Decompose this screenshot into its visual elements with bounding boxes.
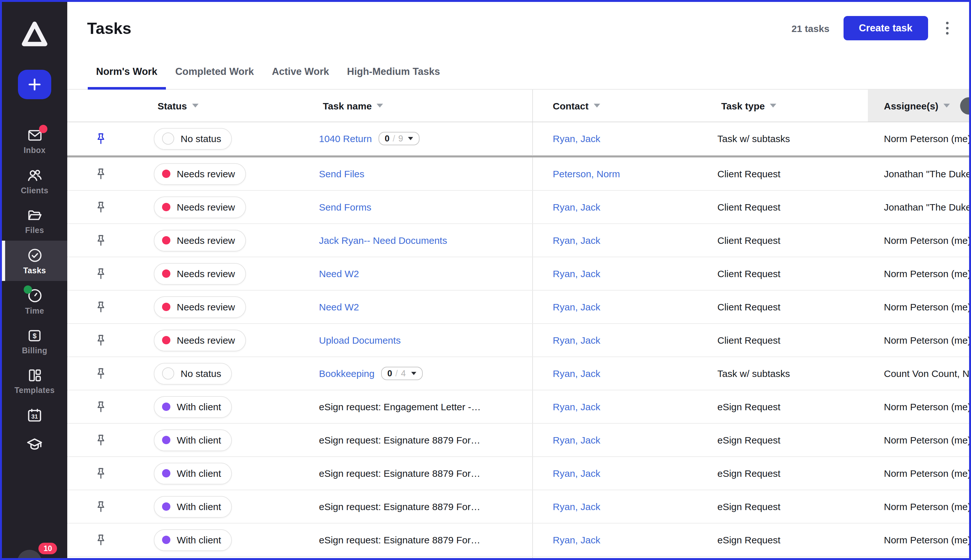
task-name-link[interactable]: 1040 Return [319,133,372,144]
task-name-link[interactable]: Upload Documents [319,335,401,346]
quick-create-button[interactable] [18,70,51,99]
status-pill[interactable]: Needs review [154,329,246,351]
contact-link[interactable]: Peterson, Norm [553,168,620,179]
assignees: Count Von Count, Nor… [868,557,969,558]
status-dot [162,132,174,145]
create-task-button[interactable]: Create task [844,16,928,40]
main-content: Tasks 21 tasks Create task Norm's WorkCo… [67,2,969,558]
sidebar-item-files[interactable]: Files [2,201,67,241]
task-name-link[interactable]: Need W2 [319,302,359,312]
status-pill[interactable]: No status [154,363,232,384]
table-row: Needs review Send Files Peterson, Norm C… [67,157,969,191]
column-header-assignees[interactable]: Assignee(s) [868,90,969,122]
task-name-link[interactable]: Bookkeeping [319,368,374,379]
status-label: Needs review [177,202,235,212]
pin-icon[interactable] [92,331,110,349]
tab-norm-s-work[interactable]: Norm's Work [88,66,165,89]
sidebar-item-tasks[interactable]: Tasks [2,241,67,281]
pin-icon[interactable] [92,431,110,449]
canopy-logo-icon [20,21,48,49]
column-header-status[interactable]: Status [154,90,319,122]
contact-link[interactable]: Ryan, Jack [553,401,600,412]
kebab-menu-icon[interactable] [942,18,953,39]
status-pill[interactable]: With client [154,496,232,517]
status-pill[interactable]: Needs review [154,196,246,218]
table-row: Needs review Upload Documents Ryan, Jack… [67,324,969,357]
status-dot [162,502,170,511]
pin-icon[interactable] [92,498,110,515]
sidebar-item-time[interactable]: Time [2,281,67,321]
status-pill[interactable]: Needs review [154,163,246,185]
contact-link[interactable]: Ryan, Jack [553,335,600,346]
task-type: Client Request [717,157,868,190]
task-type: Client Request [717,324,868,357]
contact-link[interactable]: Ryan, Jack [553,534,600,545]
user-avatar[interactable] [17,550,42,560]
pin-icon[interactable] [92,298,110,316]
task-type: eSign Request [717,523,868,556]
sidebar-item-academy[interactable] [2,430,67,459]
table-row: Needs review Jack Ryan-- Need Documents … [67,224,969,257]
contact-link[interactable]: Ryan, Jack [553,235,600,246]
task-name-link[interactable]: Need W2 [319,268,359,279]
tab-high-medium-tasks[interactable]: High-Medium Tasks [339,66,449,89]
status-pill[interactable]: Needs review [154,230,246,251]
pin-icon[interactable] [92,365,110,382]
pin-icon[interactable] [92,130,110,148]
pin-icon[interactable] [92,265,110,283]
contact-link[interactable]: Ryan, Jack [553,368,600,379]
assignees: Norm Peterson (me) [868,290,969,323]
pin-icon[interactable] [92,531,110,549]
status-pill[interactable]: With client [154,529,232,551]
contact-link[interactable]: Ryan, Jack [553,268,600,279]
subtask-count-badge[interactable]: 0/9 [378,132,420,145]
sort-caret-icon [770,104,776,108]
task-name-link[interactable]: Send Forms [319,202,371,212]
contact-link[interactable]: Ryan, Jack [553,435,600,445]
contact-link[interactable]: Ryan, Jack [553,133,600,144]
task-type: Task w/ subtasks [717,557,868,558]
column-header-contact[interactable]: Contact [532,90,717,122]
table-row: Not started Get Receipts from check 0/4 … [67,557,969,558]
templates-icon [26,367,43,383]
status-dot [162,236,170,245]
column-header-task-type[interactable]: Task type [717,90,868,122]
sidebar-item-templates[interactable]: Templates [2,361,67,401]
status-pill[interactable]: Needs review [154,296,246,318]
sidebar-item-inbox[interactable]: Inbox [2,121,67,161]
column-header-task-name[interactable]: Task name [319,90,532,122]
status-pill[interactable]: With client [154,396,232,418]
task-name-link[interactable]: Jack Ryan-- Need Documents [319,235,447,246]
sidebar-item-calendar[interactable]: 31 [2,401,67,430]
contact-link[interactable]: Ryan, Jack [553,302,600,312]
task-type: Client Request [717,224,868,257]
subtask-count-badge[interactable]: 0/4 [381,367,423,380]
status-label: Needs review [177,302,235,312]
status-label: With client [177,401,221,412]
status-pill[interactable]: No status [154,128,232,150]
pin-icon[interactable] [92,198,110,216]
status-dot [162,303,170,311]
status-label: Needs review [177,168,235,179]
status-pill[interactable]: With client [154,462,232,484]
contact-link[interactable]: Ryan, Jack [553,202,600,212]
task-count: 21 tasks [791,23,829,33]
pin-icon[interactable] [92,232,110,249]
assignees: Norm Peterson (me) [868,324,969,357]
subtasks-total: 4 [401,368,406,378]
tab-active-work[interactable]: Active Work [264,66,338,89]
table-row: With client eSign request: Esignature 88… [67,457,969,490]
contact-link[interactable]: Ryan, Jack [553,501,600,512]
pin-icon[interactable] [92,165,110,183]
contact-link[interactable]: Ryan, Jack [553,468,600,479]
sidebar-item-billing[interactable]: $Billing [2,321,67,361]
status-pill[interactable]: Needs review [154,263,246,285]
sort-caret-icon [594,104,600,108]
status-dot [162,203,170,211]
pin-icon[interactable] [92,464,110,482]
sidebar-item-clients[interactable]: Clients [2,161,67,201]
tab-completed-work[interactable]: Completed Work [167,66,262,89]
task-name-link[interactable]: Send Files [319,168,364,179]
status-pill[interactable]: With client [154,429,232,451]
pin-icon[interactable] [92,398,110,416]
